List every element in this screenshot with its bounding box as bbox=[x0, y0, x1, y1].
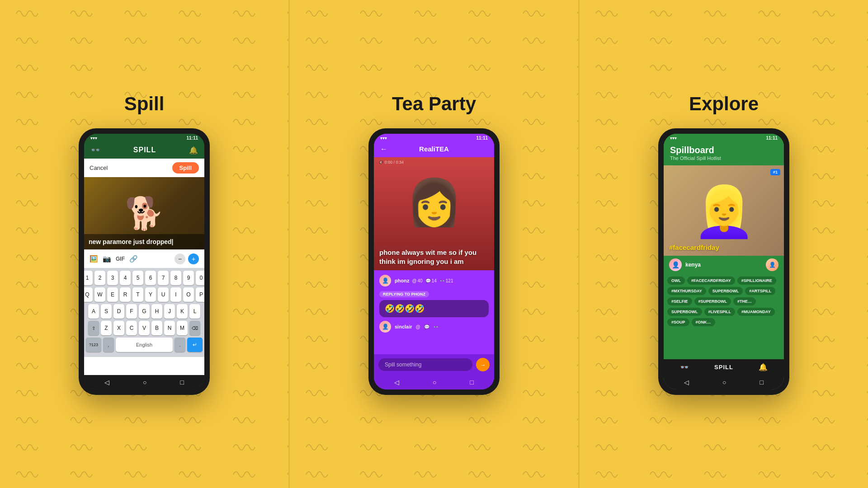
key-i[interactable]: I bbox=[170, 287, 181, 302]
tag-chip-2[interactable]: #FACECARDFRIDAY bbox=[687, 277, 735, 285]
key-b[interactable]: B bbox=[151, 321, 162, 335]
numbers-key[interactable]: ?123 bbox=[86, 338, 101, 352]
send-button[interactable]: → bbox=[476, 358, 490, 371]
key-2[interactable]: 2 bbox=[94, 271, 105, 285]
tag-chip-1[interactable]: OWL bbox=[667, 277, 685, 285]
key-1[interactable]: 1 bbox=[84, 271, 93, 285]
key-z[interactable]: Z bbox=[101, 321, 112, 335]
tag-chip-13[interactable]: #SOUP bbox=[667, 318, 689, 326]
spill-nav-logo[interactable]: SPILL bbox=[714, 364, 733, 371]
back-nav3-icon[interactable]: ◁ bbox=[684, 379, 689, 386]
key-s[interactable]: S bbox=[101, 304, 112, 319]
phone3-bottom-nav: 👓 SPILL 🔔 bbox=[664, 359, 784, 375]
sinclair-quote: 💬 bbox=[424, 324, 429, 329]
square-nav2-icon[interactable]: □ bbox=[470, 379, 474, 386]
phone3-explore-header: Spillboard The Official Spill Hotlist bbox=[664, 142, 784, 165]
tag-chip-12[interactable]: #MUAMONDAY bbox=[737, 308, 775, 316]
link-icon[interactable]: 🔗 bbox=[129, 255, 138, 263]
spill-input[interactable]: Spill something bbox=[378, 358, 472, 371]
key-x[interactable]: X bbox=[113, 321, 124, 335]
key-8[interactable]: 8 bbox=[170, 271, 181, 285]
phone3-time: 11:11 bbox=[766, 136, 778, 141]
key-w[interactable]: W bbox=[94, 287, 105, 302]
shift-key[interactable]: ⇧ bbox=[88, 321, 99, 335]
tag-chip-11[interactable]: #LIVESPILL bbox=[704, 308, 736, 316]
bell-nav-icon[interactable]: 🔔 bbox=[759, 363, 768, 371]
kenya-avatar: 👤 bbox=[669, 258, 682, 271]
key-m[interactable]: M bbox=[177, 321, 188, 335]
comment-row-sinclair: 👤 sinclair @ 💬 👓 bbox=[379, 321, 489, 333]
square-nav3-icon[interactable]: □ bbox=[760, 379, 764, 386]
key-g[interactable]: G bbox=[139, 304, 150, 319]
back-arrow-icon[interactable]: ← bbox=[380, 145, 387, 153]
tag-chip-6[interactable]: #ARTSPILL bbox=[745, 287, 775, 295]
spill-button[interactable]: Spill bbox=[172, 162, 199, 174]
emoji-comment: 🤣🤣🤣🤣 bbox=[379, 300, 489, 317]
kb-row-asdf: A S D F G H J K L bbox=[86, 304, 203, 319]
tag-chip-3[interactable]: #SPILLIONAIRE bbox=[737, 277, 776, 285]
key-q[interactable]: Q bbox=[84, 287, 93, 302]
compose-toolbar: 🖼️ 📷 GIF 🔗 − + bbox=[84, 249, 204, 268]
tag-chip-8[interactable]: #SUPERBOWL bbox=[694, 297, 731, 305]
panel2-title: Tea Party bbox=[392, 93, 476, 115]
enter-key[interactable]: ↵ bbox=[187, 338, 203, 352]
key-n[interactable]: N bbox=[164, 321, 175, 335]
tag-chip-7[interactable]: #SELFIE bbox=[667, 297, 692, 305]
backspace-key[interactable]: ⌫ bbox=[189, 321, 200, 335]
panel1-title: Spill bbox=[124, 93, 165, 115]
key-v[interactable]: V bbox=[139, 321, 150, 335]
featured-image: #1 #facecardfriday bbox=[664, 165, 784, 256]
key-k[interactable]: K bbox=[177, 304, 188, 319]
key-p[interactable]: P bbox=[196, 287, 204, 302]
key-t[interactable]: T bbox=[132, 287, 143, 302]
tag-chip-14[interactable]: #ONK… bbox=[692, 318, 715, 326]
spillboard-subtitle: The Official Spill Hotlist bbox=[670, 155, 778, 161]
key-y[interactable]: Y bbox=[145, 287, 156, 302]
key-5[interactable]: 5 bbox=[132, 271, 143, 285]
reply-label-wrapper: REPLYING TO PHONZ bbox=[379, 289, 489, 297]
camera-icon[interactable]: 📷 bbox=[103, 255, 111, 263]
period-key[interactable]: . bbox=[175, 338, 185, 352]
space-key[interactable]: English bbox=[116, 338, 173, 352]
key-j[interactable]: J bbox=[164, 304, 175, 319]
plus-button[interactable]: + bbox=[188, 253, 199, 264]
key-r[interactable]: R bbox=[120, 287, 131, 302]
tag-chip-4[interactable]: #MXTHURSDAY bbox=[667, 287, 706, 295]
minus-button[interactable]: − bbox=[175, 253, 185, 264]
key-c[interactable]: C bbox=[126, 321, 137, 335]
key-u[interactable]: U bbox=[158, 287, 169, 302]
key-6[interactable]: 6 bbox=[145, 271, 156, 285]
glasses-icon: 👓 bbox=[90, 145, 100, 155]
image-icon[interactable]: 🖼️ bbox=[90, 255, 98, 263]
tag-chip-5[interactable]: SUPERBOWL bbox=[708, 287, 743, 295]
key-7[interactable]: 7 bbox=[158, 271, 169, 285]
comma-key[interactable]: , bbox=[103, 338, 114, 352]
square-nav-icon[interactable]: □ bbox=[180, 379, 184, 386]
key-0[interactable]: 0 bbox=[196, 271, 204, 285]
panel3-title: Explore bbox=[689, 93, 759, 115]
back-nav-icon[interactable]: ◁ bbox=[104, 379, 109, 386]
key-a[interactable]: A bbox=[88, 304, 99, 319]
kb-row-bottom: ?123 , English . ↵ bbox=[86, 338, 203, 352]
key-d[interactable]: D bbox=[113, 304, 124, 319]
key-l[interactable]: L bbox=[189, 304, 200, 319]
key-e[interactable]: E bbox=[107, 287, 118, 302]
gif-button[interactable]: GIF bbox=[116, 256, 125, 262]
glasses-nav-icon[interactable]: 👓 bbox=[680, 363, 689, 371]
key-f[interactable]: F bbox=[126, 304, 137, 319]
bell-icon: 🔔 bbox=[189, 146, 198, 155]
back-nav2-icon[interactable]: ◁ bbox=[394, 379, 399, 386]
key-9[interactable]: 9 bbox=[183, 271, 194, 285]
cancel-button[interactable]: Cancel bbox=[90, 164, 108, 171]
key-o[interactable]: O bbox=[183, 287, 194, 302]
phonz-stat1: @ 40 bbox=[412, 278, 422, 283]
home-nav2-icon[interactable]: ○ bbox=[433, 379, 436, 386]
key-3[interactable]: 3 bbox=[107, 271, 118, 285]
key-4[interactable]: 4 bbox=[120, 271, 131, 285]
content-user-row: 👤 kenya 👤 bbox=[664, 256, 784, 274]
home-nav-icon[interactable]: ○ bbox=[143, 379, 146, 386]
tag-chip-10[interactable]: SUPERBOWL bbox=[667, 308, 702, 316]
home-nav3-icon[interactable]: ○ bbox=[722, 379, 726, 386]
key-h[interactable]: H bbox=[151, 304, 162, 319]
tag-chip-9[interactable]: #THE… bbox=[733, 297, 756, 305]
